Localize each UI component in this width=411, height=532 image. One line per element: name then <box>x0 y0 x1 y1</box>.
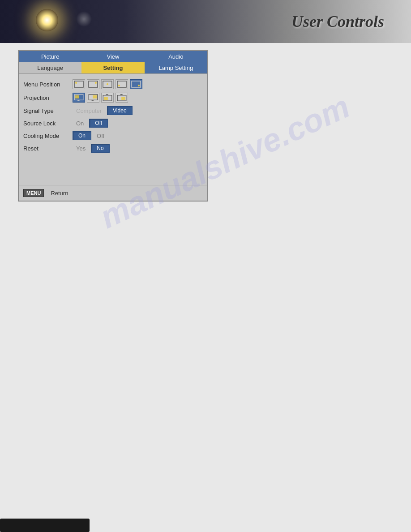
bottom-bar: MENU Return <box>19 185 207 201</box>
svg-rect-6 <box>117 81 126 87</box>
menu-pos-icon-3[interactable] <box>101 79 114 89</box>
source-lock-off-button[interactable]: Off <box>89 119 108 128</box>
controls-reset: Yes No <box>73 144 203 153</box>
svg-rect-15 <box>93 95 97 99</box>
svg-rect-0 <box>74 81 83 87</box>
menu-pos-icon-2[interactable] <box>87 79 99 89</box>
tab-audio[interactable]: Audio <box>145 51 207 62</box>
black-bar <box>0 519 90 532</box>
proj-icon-normal[interactable] <box>73 93 85 103</box>
header-banner: User Controls <box>0 0 411 43</box>
controls-source-lock: On Off <box>73 119 203 128</box>
signal-computer-option[interactable]: Computer <box>73 107 105 115</box>
menu-pos-icon-5[interactable] <box>130 79 142 89</box>
label-projection: Projection <box>23 94 73 101</box>
svg-point-9 <box>138 85 140 86</box>
proj-icon-rear-ceiling[interactable] <box>116 93 128 103</box>
cooling-off-option[interactable]: Off <box>93 132 108 140</box>
subtab-setting[interactable]: Setting <box>81 62 144 73</box>
proj-icon-rear[interactable] <box>87 93 99 103</box>
controls-cooling-mode: On Off <box>73 131 203 140</box>
svg-point-5 <box>107 83 108 85</box>
svg-point-3 <box>95 82 97 84</box>
row-source-lock: Source Lock On Off <box>23 117 203 129</box>
svg-rect-8 <box>132 81 141 87</box>
label-reset: Reset <box>23 145 73 152</box>
row-cooling-mode: Cooling Mode On Off <box>23 129 203 142</box>
menu-pos-icon-1[interactable] <box>73 79 85 89</box>
svg-rect-23 <box>121 97 125 100</box>
svg-rect-19 <box>104 97 108 100</box>
menu-pos-icon-4[interactable] <box>116 79 128 89</box>
signal-video-button[interactable]: Video <box>107 106 132 115</box>
main-panel: Picture View Audio Language Setting Lamp… <box>18 50 208 202</box>
controls-signal-type: Computer Video <box>73 106 203 115</box>
label-cooling-mode: Cooling Mode <box>23 133 73 139</box>
label-menu-position: Menu Position <box>23 81 73 88</box>
return-label[interactable]: Return <box>51 190 68 197</box>
svg-rect-11 <box>75 95 79 99</box>
subtab-language[interactable]: Language <box>19 62 81 73</box>
subtab-lamp-setting[interactable]: Lamp Setting <box>145 62 207 73</box>
sub-tab-bar: Language Setting Lamp Setting <box>19 62 207 74</box>
header-title: User Controls <box>291 12 384 31</box>
light-glow2 <box>76 11 92 27</box>
row-menu-position: Menu Position <box>23 77 203 91</box>
svg-point-7 <box>118 85 120 86</box>
tab-view[interactable]: View <box>81 51 144 62</box>
label-source-lock: Source Lock <box>23 120 73 127</box>
row-projection: Projection <box>23 91 203 104</box>
main-tab-bar: Picture View Audio <box>19 51 207 62</box>
controls-menu-position <box>73 79 203 89</box>
row-reset: Reset Yes No <box>23 142 203 154</box>
source-lock-on-option[interactable]: On <box>73 119 87 128</box>
svg-rect-2 <box>89 81 98 87</box>
controls-projection <box>73 93 203 103</box>
empty-space <box>23 154 203 181</box>
menu-badge[interactable]: MENU <box>23 189 44 197</box>
label-signal-type: Signal Type <box>23 107 73 114</box>
content-area: Menu Position <box>19 74 207 185</box>
proj-icon-ceiling[interactable] <box>101 93 114 103</box>
reset-yes-option[interactable]: Yes <box>73 144 89 153</box>
light-glow <box>36 9 58 31</box>
svg-point-1 <box>75 82 77 84</box>
cooling-on-button[interactable]: On <box>73 131 91 140</box>
row-signal-type: Signal Type Computer Video <box>23 104 203 117</box>
tab-picture[interactable]: Picture <box>19 51 81 62</box>
reset-no-button[interactable]: No <box>91 144 109 153</box>
